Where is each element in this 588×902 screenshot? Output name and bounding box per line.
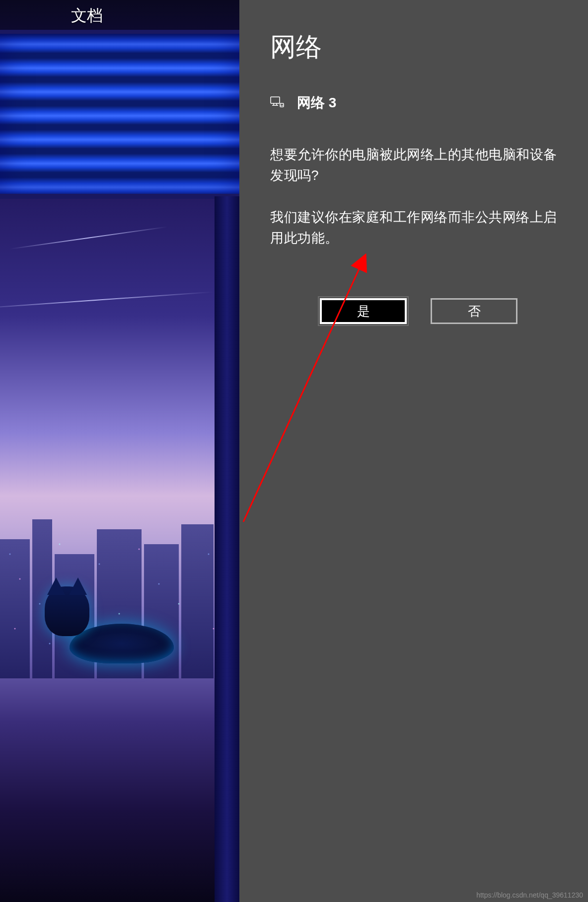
wallpaper-frame bbox=[0, 30, 239, 34]
desktop-icon-documents[interactable]: 文档 bbox=[0, 5, 174, 27]
ethernet-icon bbox=[270, 96, 284, 109]
discovery-question: 想要允许你的电脑被此网络上的其他电脑和设备发现吗? bbox=[270, 145, 557, 186]
wallpaper-frame bbox=[0, 194, 239, 199]
watermark-text: https://blog.csdn.net/qq_39611230 bbox=[476, 891, 583, 899]
desktop-wallpaper-area: 文档 bbox=[0, 0, 239, 902]
panel-title: 网络 bbox=[270, 30, 557, 65]
network-discovery-panel: 网络 网络 3 想要允许你的电脑被此网络上的其他电脑和设备发现吗? 我们建议你在… bbox=[239, 0, 588, 902]
svg-rect-4 bbox=[280, 103, 284, 107]
button-row: 是 否 bbox=[320, 298, 557, 324]
wallpaper-cat bbox=[45, 579, 174, 663]
yes-button[interactable]: 是 bbox=[320, 298, 407, 324]
discovery-recommendation: 我们建议你在家庭和工作网络而非公共网络上启用此功能。 bbox=[270, 207, 557, 249]
network-name-label: 网络 3 bbox=[297, 93, 336, 112]
wallpaper-blinds bbox=[0, 32, 239, 196]
network-item: 网络 3 bbox=[270, 93, 557, 112]
no-button[interactable]: 否 bbox=[431, 298, 517, 324]
svg-rect-0 bbox=[271, 97, 280, 103]
wallpaper-frame bbox=[215, 196, 239, 902]
